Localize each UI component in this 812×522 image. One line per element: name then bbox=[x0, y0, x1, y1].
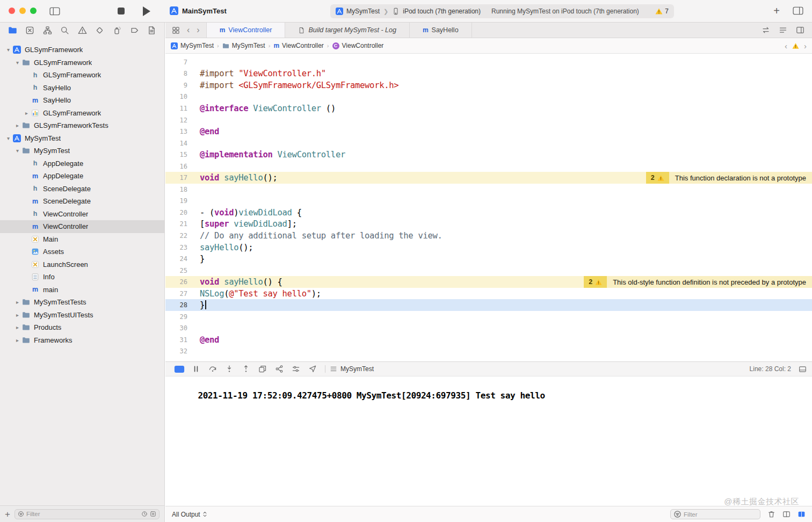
console-view-toggle-icon[interactable] bbox=[798, 510, 806, 518]
inline-warning[interactable]: 2This function declaration is not a prot… bbox=[646, 172, 812, 184]
next-issue-button[interactable]: › bbox=[804, 41, 807, 50]
run-button[interactable] bbox=[143, 6, 150, 16]
source-editor[interactable]: 78#import "ViewController.h"9#import <GL… bbox=[165, 54, 812, 361]
debug-area-toggle-button[interactable] bbox=[171, 365, 187, 373]
tree-item-info[interactable]: Info bbox=[0, 271, 164, 284]
code-line-22[interactable]: 22 // Do any additional setup after load… bbox=[165, 230, 812, 242]
scheme-button[interactable]: MySymTest bbox=[346, 8, 380, 15]
code-line-19[interactable]: 19 bbox=[165, 195, 812, 207]
debug-console[interactable]: 2021-11-19 17:52:09.427475+0800 MySymTes… bbox=[165, 376, 812, 506]
code-line-20[interactable]: 20- (void)viewDidLoad { bbox=[165, 207, 812, 219]
simulate-location-button[interactable] bbox=[304, 365, 321, 373]
breadcrumb-mysymtest-1[interactable]: MySymTest bbox=[222, 42, 265, 49]
console-filter-field[interactable] bbox=[670, 509, 760, 519]
code-line-21[interactable]: 21 [super viewDidLoad]; bbox=[165, 219, 812, 230]
disclosure-open-icon[interactable]: ▾ bbox=[4, 47, 12, 53]
code-line-10[interactable]: 10 bbox=[165, 91, 812, 103]
memory-graph-button[interactable] bbox=[271, 365, 287, 373]
code-line-29[interactable]: 29 bbox=[165, 311, 812, 323]
source-control-navigator-button[interactable] bbox=[25, 26, 34, 35]
breadcrumb-viewcontroller-3[interactable]: CViewController bbox=[332, 42, 384, 49]
environment-overrides-button[interactable] bbox=[287, 365, 304, 373]
add-file-button[interactable]: + bbox=[5, 510, 10, 519]
code-line-13[interactable]: 13@end bbox=[165, 126, 812, 137]
find-navigator-button[interactable] bbox=[60, 26, 69, 35]
code-line-31[interactable]: 31@end bbox=[165, 334, 812, 346]
close-window-button[interactable] bbox=[9, 8, 15, 14]
scm-status-icon[interactable] bbox=[150, 511, 156, 517]
code-line-26[interactable]: 26void sayHello() {2This old-style funct… bbox=[165, 276, 812, 288]
tree-item-appdelegate[interactable]: mAppDelegate bbox=[0, 170, 164, 183]
inline-warning[interactable]: 2This old-style function definition is n… bbox=[584, 276, 812, 288]
breadcrumb-mysymtest-0[interactable]: MySymTest bbox=[171, 42, 214, 49]
tree-item-sayhello[interactable]: hSayHello bbox=[0, 82, 164, 95]
breadcrumb-viewcontroller-2[interactable]: mViewController bbox=[273, 42, 323, 49]
issues-navigator-button[interactable] bbox=[78, 26, 87, 35]
disclosure-open-icon[interactable]: ▾ bbox=[13, 148, 21, 154]
code-line-25[interactable]: 25 bbox=[165, 265, 812, 277]
code-line-8[interactable]: 8#import "ViewController.h" bbox=[165, 68, 812, 80]
variables-view-toggle-icon[interactable] bbox=[782, 510, 791, 518]
disclosure-closed-icon[interactable]: ▸ bbox=[13, 122, 21, 128]
tab-build-target-mysymtest-log[interactable]: Build target MySymTest - Log bbox=[285, 23, 410, 38]
tree-item-launchscreen[interactable]: LaunchScreen bbox=[0, 258, 164, 271]
code-line-24[interactable]: 24} bbox=[165, 253, 812, 265]
tree-item-main[interactable]: Main bbox=[0, 233, 164, 246]
debug-navigator-button[interactable] bbox=[112, 26, 121, 35]
tree-item-glsymframeworktests[interactable]: ▸GLSymFrameworkTests bbox=[0, 119, 164, 132]
disclosure-closed-icon[interactable]: ▸ bbox=[13, 299, 21, 305]
project-navigator-button[interactable] bbox=[8, 26, 17, 35]
tree-item-glsymframework[interactable]: ▾GLSymFramework bbox=[0, 44, 164, 56]
view-hierarchy-button[interactable] bbox=[254, 365, 271, 373]
pause-button[interactable] bbox=[187, 365, 204, 373]
destination-button[interactable]: iPod touch (7th generation) bbox=[403, 8, 481, 15]
add-editor-icon[interactable] bbox=[796, 26, 804, 34]
step-over-button[interactable] bbox=[204, 365, 221, 373]
editor-options-icon[interactable] bbox=[779, 26, 787, 34]
step-out-button[interactable] bbox=[237, 365, 254, 373]
tree-item-viewcontroller[interactable]: mViewController bbox=[0, 220, 164, 233]
tab-viewcontroller[interactable]: mViewController bbox=[206, 23, 286, 38]
console-filter-input[interactable] bbox=[684, 511, 757, 518]
code-review-icon[interactable] bbox=[762, 26, 770, 34]
tree-item-mysymtestuitests[interactable]: ▸MySymTestUITests bbox=[0, 309, 164, 322]
tree-item-assets[interactable]: Assets bbox=[0, 245, 164, 258]
tree-item-mysymtest[interactable]: ▾MySymTest bbox=[0, 132, 164, 145]
go-back-button[interactable]: ‹ bbox=[187, 26, 190, 34]
tree-item-appdelegate[interactable]: hAppDelegate bbox=[0, 157, 164, 170]
disclosure-open-icon[interactable]: ▾ bbox=[4, 135, 12, 141]
tree-item-glsymframework[interactable]: ▸GLSymFramework bbox=[0, 107, 164, 120]
code-line-18[interactable]: 18 bbox=[165, 184, 812, 195]
console-toggle-icon[interactable] bbox=[799, 365, 807, 373]
zoom-window-button[interactable] bbox=[30, 8, 37, 14]
previous-issue-button[interactable]: ‹ bbox=[785, 41, 787, 50]
step-into-button[interactable] bbox=[221, 365, 237, 373]
tree-item-frameworks[interactable]: ▸Frameworks bbox=[0, 334, 164, 347]
tab-overview-icon[interactable] bbox=[172, 26, 180, 34]
go-forward-button[interactable]: › bbox=[197, 26, 199, 34]
tests-navigator-button[interactable] bbox=[95, 26, 104, 35]
navigator-filter-input[interactable] bbox=[26, 511, 139, 517]
stack-frame-selector[interactable]: MySymTest bbox=[330, 365, 374, 373]
code-line-15[interactable]: 15@implementation ViewController bbox=[165, 149, 812, 161]
code-line-30[interactable]: 30 bbox=[165, 323, 812, 335]
code-line-11[interactable]: 11@interface ViewController () bbox=[165, 103, 812, 114]
disclosure-closed-icon[interactable]: ▸ bbox=[13, 324, 21, 330]
tree-item-main[interactable]: mmain bbox=[0, 284, 164, 296]
code-line-28[interactable]: 28} bbox=[165, 299, 812, 311]
minimize-window-button[interactable] bbox=[19, 8, 26, 14]
recent-files-icon[interactable] bbox=[141, 511, 148, 517]
library-button[interactable]: + bbox=[773, 5, 780, 16]
code-line-16[interactable]: 16 bbox=[165, 161, 812, 172]
breakpoints-navigator-button[interactable] bbox=[130, 26, 139, 35]
code-line-23[interactable]: 23 sayHello(); bbox=[165, 242, 812, 253]
disclosure-closed-icon[interactable]: ▸ bbox=[13, 312, 21, 318]
code-line-14[interactable]: 14 bbox=[165, 137, 812, 149]
toggle-navigator-button[interactable] bbox=[49, 6, 60, 16]
tree-item-scenedelegate[interactable]: hSceneDelegate bbox=[0, 183, 164, 195]
tree-item-mysymtesttests[interactable]: ▸MySymTestTests bbox=[0, 296, 164, 309]
tree-item-viewcontroller[interactable]: hViewController bbox=[0, 208, 164, 221]
tab-sayhello[interactable]: mSayHello bbox=[410, 23, 472, 38]
symbols-navigator-button[interactable] bbox=[43, 26, 52, 35]
code-line-27[interactable]: 27 NSLog(@"Test say hello"); bbox=[165, 288, 812, 300]
